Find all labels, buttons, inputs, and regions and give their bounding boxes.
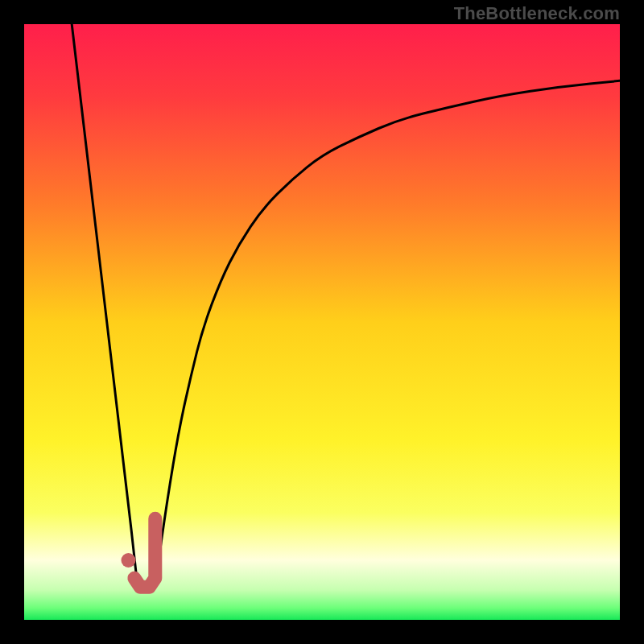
marker-j-stroke	[134, 518, 155, 587]
curve-left-branch	[72, 24, 137, 584]
plot-area	[24, 24, 620, 620]
watermark-text: TheBottleneck.com	[454, 3, 620, 24]
chart-frame: TheBottleneck.com	[0, 0, 644, 644]
curve-layer	[24, 24, 620, 620]
marker-j-dot	[122, 553, 136, 568]
curve-right-branch	[155, 80, 620, 584]
